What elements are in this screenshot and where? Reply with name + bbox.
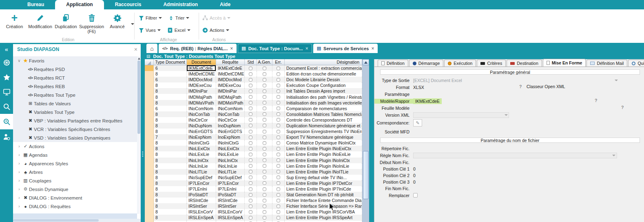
row-selector-cell[interactable] (145, 215, 154, 220)
err-cell[interactable] (272, 146, 285, 151)
document-cell[interactable]: INoIniCtxG (187, 140, 216, 146)
type-document-cell[interactable]: 6 (154, 65, 187, 71)
scrollbar-thumb[interactable] (137, 60, 140, 134)
requete-cell[interactable]: IMDDocMod (216, 77, 245, 82)
document-tab[interactable]: ▤ Doc. Tout Type : Docum... × (238, 44, 312, 53)
requete-cell[interactable]: INoCtrCor (216, 117, 245, 123)
std-cell[interactable] (245, 221, 257, 222)
requete-cell[interactable]: INoLITLie (216, 169, 245, 175)
requete-cell[interactable]: INoIniCtxG (216, 140, 245, 146)
document-cell[interactable]: INoLIniCtx (187, 158, 216, 163)
std-cell[interactable] (245, 111, 257, 117)
requete-cell[interactable]: INoConTab (216, 111, 245, 117)
document-cell[interactable]: IRSIntCde (187, 198, 216, 203)
table-row[interactable]: 8 IMDMaVPath IMDMaVPath Initialisation d… (145, 100, 362, 106)
document-cell[interactable]: INoConTab (187, 111, 216, 117)
requete-cell[interactable]: INoErrGDTS (216, 129, 245, 134)
designation-cell[interactable]: Lien Entre Entite Plugin INoExiLie (285, 151, 362, 157)
format-value[interactable]: XLSX (413, 85, 424, 90)
table-row[interactable]: 8 IP7LEnIni IP7LEnIni Lien Entre Entite … (145, 186, 362, 192)
scrollbar-thumb[interactable] (13, 219, 99, 222)
document-cell[interactable]: INoExpNom (187, 134, 216, 140)
table-row[interactable]: 6 IMDDocMod IMDDocMod Doc Modele Librair… (145, 77, 362, 82)
std-cell[interactable] (245, 77, 257, 82)
expander-icon[interactable]: › (16, 204, 22, 209)
type-document-cell[interactable]: 8 (154, 158, 187, 163)
type-document-cell[interactable]: 8 (154, 151, 187, 157)
err-cell[interactable] (272, 82, 285, 88)
designation-cell[interactable]: Stat Generation Nom DT nb ptr/nblt (285, 192, 362, 198)
type-document-cell[interactable]: 8 (154, 123, 187, 129)
row-selector-cell[interactable] (145, 123, 154, 129)
std-cell[interactable] (245, 186, 257, 192)
menu-item[interactable]: Administration (152, 0, 209, 9)
document-cell[interactable]: INoLExiLie (187, 151, 216, 157)
std-cell[interactable] (245, 169, 257, 175)
designation-cell[interactable]: Suppression Enregistrements TV INoErrGDT (285, 129, 362, 134)
modify-button[interactable]: Modification (27, 12, 53, 29)
agen-cell[interactable] (257, 117, 272, 123)
help-icon[interactable]: ? (621, 105, 624, 110)
table-row[interactable]: 8 INoLExiCtx INoLExiCtx Lien Entre Entit… (145, 146, 362, 151)
agen-cell[interactable] (257, 111, 272, 117)
type-document-cell[interactable]: 8 (154, 88, 187, 94)
menu-item[interactable]: Application (55, 0, 104, 9)
tree-item[interactable]: › ● DIALOG : Requêtes (13, 202, 137, 211)
agen-cell[interactable] (257, 123, 272, 129)
type-document-cell[interactable]: 8 (154, 94, 187, 100)
select-all-cell[interactable] (145, 59, 154, 65)
document-cell[interactable]: IP7LEnIni (187, 186, 216, 192)
detail-tab[interactable]: Destination (507, 60, 542, 67)
table-row[interactable]: 8 IMDIniPar IMDIniPar Init Tables Dessin… (145, 88, 362, 94)
detail-tab[interactable]: Définition (378, 60, 408, 67)
filter-button[interactable]: Filtrer (138, 13, 163, 23)
tree-item[interactable]: </> Requêtes PSD (13, 65, 137, 73)
type-document-cell[interactable]: 8 (154, 203, 187, 209)
column-header-document[interactable]: Document (187, 59, 216, 65)
requete-cell[interactable]: IRSLEnSpeA (216, 215, 245, 220)
row-selector-cell[interactable] (145, 186, 154, 192)
regle-nom-select[interactable] (413, 153, 617, 158)
document-tab[interactable]: </> Req. (REB) : Règles DIAL... × (159, 44, 237, 53)
edit-correspondance-button[interactable]: ✎ (413, 119, 422, 127)
detail-tab[interactable]: Mise En Forme (543, 59, 586, 67)
designation-cell[interactable]: Lien Entre Entite Plugin INoExiCtx (285, 146, 362, 151)
std-cell[interactable] (245, 163, 257, 169)
designation-cell[interactable]: Doc Modele Librairie Dessin (285, 77, 362, 82)
tree-item[interactable]: › ▦ Agendas (13, 151, 137, 159)
err-cell[interactable] (272, 106, 285, 111)
table-row[interactable]: 8 IMDExeCou IMDExeCou Exécution Coupe Co… (145, 82, 362, 88)
type-document-cell[interactable]: 8 (154, 186, 187, 192)
document-cell[interactable]: IP7LEnCor (187, 180, 216, 186)
settings-wheel-button[interactable] (0, 55, 13, 70)
std-cell[interactable] (245, 123, 257, 129)
row-selector-cell[interactable] (145, 221, 154, 222)
expander-icon[interactable]: › (16, 170, 22, 174)
std-cell[interactable] (245, 100, 257, 106)
err-cell[interactable] (272, 140, 285, 146)
requete-cell[interactable]: IRSLEnCorV (216, 209, 245, 215)
err-cell[interactable] (272, 111, 285, 117)
row-selector-cell[interactable] (145, 82, 154, 88)
designation-cell[interactable]: Exécution Coupe Configuration (285, 82, 362, 88)
designation-cell[interactable]: Duplication Nomenclature générique et et… (285, 123, 362, 129)
requete-cell[interactable]: INoLIniCtx (216, 158, 245, 163)
std-cell[interactable] (245, 198, 257, 203)
debut-nom-value[interactable] (413, 159, 644, 166)
tree-item[interactable]: </> Requêtes RCT (13, 73, 137, 82)
designation-cell[interactable]: Edition écran couche dimensionnelle (285, 71, 362, 77)
menu-item[interactable]: Bureau (16, 0, 55, 9)
sidebar-vertical-scrollbar[interactable] (137, 56, 141, 214)
requete-cell[interactable]: IMDMajPath (216, 94, 245, 100)
close-icon[interactable]: × (134, 46, 137, 53)
std-cell[interactable] (245, 71, 257, 77)
designation-cell[interactable]: Lien Entre Entite Plugin IP7IniCde (285, 186, 362, 192)
tree-item[interactable]: › ⚙ Dessin Dynamique (13, 185, 137, 193)
document-cell[interactable]: IRSLEnCorV (187, 209, 216, 215)
table-row[interactable]: 8 INoIniCtxG INoIniCtxG Conso Matrice Dy… (145, 140, 362, 146)
designation-cell[interactable]: Lien Entre Entite Plugin IRSSpeArt (285, 215, 362, 220)
requete-cell[interactable]: INoComNom (216, 106, 245, 111)
requete-cell[interactable]: IKMExtCdeE (216, 65, 245, 71)
err-cell[interactable] (272, 94, 285, 100)
table-row[interactable]: 8 IMdDetCDME IMdDetCDME Edition écran co… (145, 71, 362, 77)
